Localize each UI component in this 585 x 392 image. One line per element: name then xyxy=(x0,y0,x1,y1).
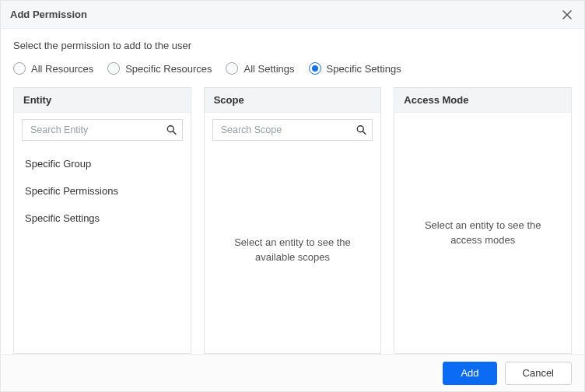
permission-type-radios: All Resources Specific Resources All Set… xyxy=(13,62,572,75)
entity-item-specific-settings[interactable]: Specific Settings xyxy=(14,205,191,232)
instruction-text: Select the permission to add to the user xyxy=(13,40,572,51)
scope-panel: Scope Select an entity to see the availa… xyxy=(204,87,382,354)
access-mode-panel-title: Access Mode xyxy=(394,88,571,113)
entity-search-input[interactable] xyxy=(22,119,183,141)
radio-circle-icon xyxy=(309,62,321,75)
scope-search-wrap xyxy=(205,113,381,147)
radio-specific-resources[interactable]: Specific Resources xyxy=(107,62,212,75)
radio-circle-icon xyxy=(13,62,26,75)
radio-all-resources[interactable]: All Resources xyxy=(13,62,93,75)
scope-empty-message: Select an entity to see the available sc… xyxy=(205,147,381,353)
add-button[interactable]: Add xyxy=(443,362,496,385)
entity-item-specific-permissions[interactable]: Specific Permissions xyxy=(14,177,191,205)
scope-search-input[interactable] xyxy=(212,119,373,141)
entity-search-box xyxy=(22,119,183,141)
radio-circle-icon xyxy=(226,62,238,75)
add-permission-dialog: Add Permission Select the permission to … xyxy=(0,0,585,392)
dialog-footer: Add Cancel xyxy=(1,354,584,391)
entity-panel-title: Entity xyxy=(14,88,191,113)
radio-label: Specific Resources xyxy=(125,63,212,75)
entity-panel: Entity Specific Group Specific Permissio… xyxy=(13,87,191,354)
radio-label: All Settings xyxy=(243,63,294,75)
entity-list: Specific Group Specific Permissions Spec… xyxy=(14,147,191,235)
cancel-button[interactable]: Cancel xyxy=(505,362,572,385)
access-mode-empty-message: Select an entity to see the access modes xyxy=(394,113,571,353)
radio-label: All Resources xyxy=(31,63,93,75)
dialog-header: Add Permission xyxy=(1,1,584,29)
radio-specific-settings[interactable]: Specific Settings xyxy=(309,62,401,75)
radio-label: Specific Settings xyxy=(327,63,401,75)
dialog-title: Add Permission xyxy=(10,9,87,20)
access-mode-panel: Access Mode Select an entity to see the … xyxy=(394,87,572,354)
panels-row: Entity Specific Group Specific Permissio… xyxy=(13,87,572,354)
dialog-body: Select the permission to add to the user… xyxy=(1,29,584,354)
close-button[interactable] xyxy=(559,7,575,23)
entity-item-specific-group[interactable]: Specific Group xyxy=(14,150,191,177)
close-icon xyxy=(562,10,572,19)
scope-panel-title: Scope xyxy=(205,88,381,113)
radio-circle-icon xyxy=(107,62,120,75)
scope-search-box xyxy=(212,119,373,141)
radio-all-settings[interactable]: All Settings xyxy=(226,62,294,75)
entity-search-wrap xyxy=(14,113,191,147)
